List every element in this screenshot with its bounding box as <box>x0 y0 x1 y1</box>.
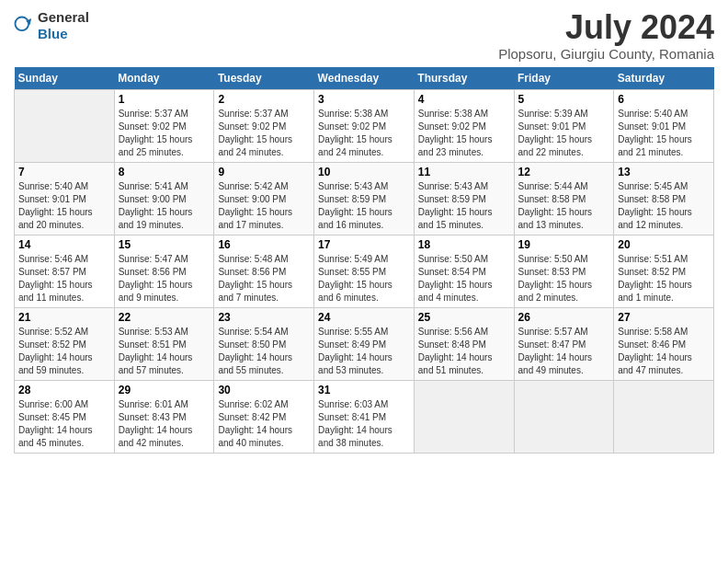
calendar-cell: 25Sunrise: 5:56 AM Sunset: 8:48 PM Dayli… <box>414 307 514 380</box>
calendar-week-3: 14Sunrise: 5:46 AM Sunset: 8:57 PM Dayli… <box>15 235 714 307</box>
day-number: 2 <box>218 93 310 106</box>
calendar-cell: 13Sunrise: 5:45 AM Sunset: 8:58 PM Dayli… <box>614 162 714 235</box>
day-number: 20 <box>618 238 710 251</box>
logo-blue: Blue <box>38 26 68 41</box>
day-info: Sunrise: 5:52 AM Sunset: 8:52 PM Dayligh… <box>18 326 110 377</box>
calendar-cell: 31Sunrise: 6:03 AM Sunset: 8:41 PM Dayli… <box>314 380 415 453</box>
calendar-cell: 30Sunrise: 6:02 AM Sunset: 8:42 PM Dayli… <box>214 380 314 453</box>
header-tuesday: Tuesday <box>214 67 314 90</box>
day-info: Sunrise: 6:02 AM Sunset: 8:42 PM Dayligh… <box>218 398 310 450</box>
calendar-cell: 4Sunrise: 5:38 AM Sunset: 9:02 PM Daylig… <box>414 89 514 162</box>
calendar-cell: 18Sunrise: 5:50 AM Sunset: 8:54 PM Dayli… <box>414 235 514 307</box>
header-thursday: Thursday <box>414 67 514 90</box>
day-number: 25 <box>418 311 510 324</box>
calendar-cell: 1Sunrise: 5:37 AM Sunset: 9:02 PM Daylig… <box>114 89 214 162</box>
calendar-cell: 27Sunrise: 5:58 AM Sunset: 8:46 PM Dayli… <box>614 307 714 380</box>
calendar-cell: 20Sunrise: 5:51 AM Sunset: 8:52 PM Dayli… <box>614 235 714 307</box>
calendar-container: General Blue July 2024 Plopsoru, Giurgiu… <box>0 0 728 463</box>
day-info: Sunrise: 5:58 AM Sunset: 8:46 PM Dayligh… <box>618 326 710 377</box>
title-section: July 2024 Plopsoru, Giurgiu County, Roma… <box>498 9 714 62</box>
day-info: Sunrise: 5:43 AM Sunset: 8:59 PM Dayligh… <box>318 180 410 232</box>
day-info: Sunrise: 5:55 AM Sunset: 8:49 PM Dayligh… <box>318 326 410 377</box>
calendar-cell: 21Sunrise: 5:52 AM Sunset: 8:52 PM Dayli… <box>15 307 115 380</box>
day-info: Sunrise: 5:37 AM Sunset: 9:02 PM Dayligh… <box>218 108 310 159</box>
calendar-cell <box>414 380 514 453</box>
calendar-cell: 17Sunrise: 5:49 AM Sunset: 8:55 PM Dayli… <box>314 235 415 307</box>
day-number: 8 <box>119 166 210 178</box>
header-row: General Blue July 2024 Plopsoru, Giurgiu… <box>14 9 714 62</box>
day-number: 29 <box>119 384 210 396</box>
day-number: 13 <box>618 166 710 178</box>
day-info: Sunrise: 5:50 AM Sunset: 8:53 PM Dayligh… <box>518 253 610 304</box>
calendar-week-5: 28Sunrise: 6:00 AM Sunset: 8:45 PM Dayli… <box>15 380 714 453</box>
day-info: Sunrise: 5:51 AM Sunset: 8:52 PM Dayligh… <box>618 253 710 304</box>
calendar-cell: 16Sunrise: 5:48 AM Sunset: 8:56 PM Dayli… <box>214 235 314 307</box>
day-info: Sunrise: 6:00 AM Sunset: 8:45 PM Dayligh… <box>18 398 110 450</box>
day-info: Sunrise: 5:54 AM Sunset: 8:50 PM Dayligh… <box>218 326 310 377</box>
day-info: Sunrise: 5:47 AM Sunset: 8:56 PM Dayligh… <box>119 253 210 304</box>
calendar-cell: 11Sunrise: 5:43 AM Sunset: 8:59 PM Dayli… <box>414 162 514 235</box>
calendar-cell: 9Sunrise: 5:42 AM Sunset: 9:00 PM Daylig… <box>214 162 314 235</box>
calendar-cell: 23Sunrise: 5:54 AM Sunset: 8:50 PM Dayli… <box>214 307 314 380</box>
day-info: Sunrise: 5:38 AM Sunset: 9:02 PM Dayligh… <box>318 108 410 159</box>
day-info: Sunrise: 5:38 AM Sunset: 9:02 PM Dayligh… <box>418 108 510 159</box>
day-info: Sunrise: 5:44 AM Sunset: 8:58 PM Dayligh… <box>518 180 610 232</box>
day-number: 17 <box>318 238 410 251</box>
calendar-cell: 14Sunrise: 5:46 AM Sunset: 8:57 PM Dayli… <box>15 235 115 307</box>
day-info: Sunrise: 5:53 AM Sunset: 8:51 PM Dayligh… <box>119 326 210 377</box>
day-info: Sunrise: 5:46 AM Sunset: 8:57 PM Dayligh… <box>18 253 110 304</box>
calendar-cell: 5Sunrise: 5:39 AM Sunset: 9:01 PM Daylig… <box>514 89 614 162</box>
day-number: 23 <box>218 311 310 324</box>
day-info: Sunrise: 6:01 AM Sunset: 8:43 PM Dayligh… <box>119 398 210 450</box>
calendar-cell: 15Sunrise: 5:47 AM Sunset: 8:56 PM Dayli… <box>114 235 214 307</box>
day-info: Sunrise: 5:37 AM Sunset: 9:02 PM Dayligh… <box>119 108 210 159</box>
day-info: Sunrise: 5:40 AM Sunset: 9:01 PM Dayligh… <box>618 108 710 159</box>
header-sunday: Sunday <box>15 67 115 90</box>
day-number: 6 <box>618 93 710 106</box>
calendar-table: SundayMondayTuesdayWednesdayThursdayFrid… <box>14 67 714 454</box>
calendar-cell: 3Sunrise: 5:38 AM Sunset: 9:02 PM Daylig… <box>314 89 415 162</box>
day-info: Sunrise: 6:03 AM Sunset: 8:41 PM Dayligh… <box>318 398 410 450</box>
day-info: Sunrise: 5:43 AM Sunset: 8:59 PM Dayligh… <box>418 180 510 232</box>
day-number: 18 <box>418 238 510 251</box>
subtitle: Plopsoru, Giurgiu County, Romania <box>498 46 714 62</box>
day-info: Sunrise: 5:48 AM Sunset: 8:56 PM Dayligh… <box>218 253 310 304</box>
day-number: 10 <box>318 166 410 178</box>
day-info: Sunrise: 5:50 AM Sunset: 8:54 PM Dayligh… <box>418 253 510 304</box>
calendar-week-4: 21Sunrise: 5:52 AM Sunset: 8:52 PM Dayli… <box>15 307 714 380</box>
header-wednesday: Wednesday <box>314 67 415 90</box>
calendar-cell: 22Sunrise: 5:53 AM Sunset: 8:51 PM Dayli… <box>114 307 214 380</box>
day-number: 7 <box>18 166 110 178</box>
day-number: 28 <box>18 384 110 396</box>
logo-icon <box>14 16 34 36</box>
day-number: 19 <box>518 238 610 251</box>
logo-general: General <box>38 9 89 25</box>
calendar-cell: 7Sunrise: 5:40 AM Sunset: 9:01 PM Daylig… <box>15 162 115 235</box>
day-number: 4 <box>418 93 510 106</box>
calendar-cell: 26Sunrise: 5:57 AM Sunset: 8:47 PM Dayli… <box>514 307 614 380</box>
calendar-cell: 6Sunrise: 5:40 AM Sunset: 9:01 PM Daylig… <box>614 89 714 162</box>
calendar-cell: 28Sunrise: 6:00 AM Sunset: 8:45 PM Dayli… <box>15 380 115 453</box>
header-monday: Monday <box>114 67 214 90</box>
day-number: 14 <box>18 238 110 251</box>
calendar-week-1: 1Sunrise: 5:37 AM Sunset: 9:02 PM Daylig… <box>15 89 714 162</box>
calendar-cell <box>514 380 614 453</box>
day-number: 1 <box>119 93 210 106</box>
day-info: Sunrise: 5:57 AM Sunset: 8:47 PM Dayligh… <box>518 326 610 377</box>
calendar-cell: 19Sunrise: 5:50 AM Sunset: 8:53 PM Dayli… <box>514 235 614 307</box>
day-number: 21 <box>18 311 110 324</box>
day-info: Sunrise: 5:40 AM Sunset: 9:01 PM Dayligh… <box>18 180 110 232</box>
logo: General Blue <box>14 9 89 42</box>
day-info: Sunrise: 5:45 AM Sunset: 8:58 PM Dayligh… <box>618 180 710 232</box>
calendar-cell: 2Sunrise: 5:37 AM Sunset: 9:02 PM Daylig… <box>214 89 314 162</box>
svg-point-0 <box>15 17 28 30</box>
day-number: 3 <box>318 93 410 106</box>
day-number: 30 <box>218 384 310 396</box>
day-number: 15 <box>119 238 210 251</box>
day-number: 5 <box>518 93 610 106</box>
day-info: Sunrise: 5:42 AM Sunset: 9:00 PM Dayligh… <box>218 180 310 232</box>
calendar-cell <box>614 380 714 453</box>
day-number: 27 <box>618 311 710 324</box>
calendar-cell: 10Sunrise: 5:43 AM Sunset: 8:59 PM Dayli… <box>314 162 415 235</box>
day-number: 26 <box>518 311 610 324</box>
